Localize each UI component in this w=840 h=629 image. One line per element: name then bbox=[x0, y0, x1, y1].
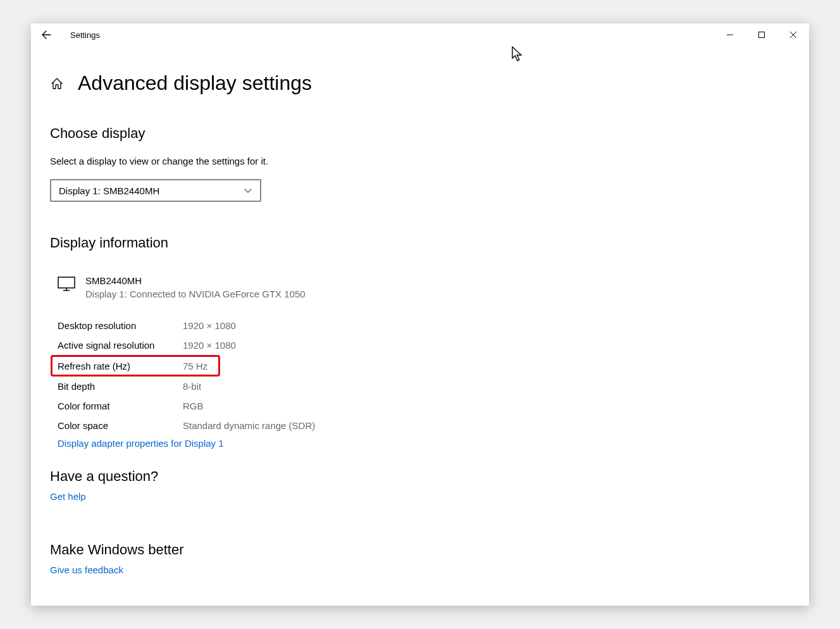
label-refresh-rate: Refresh rate (Hz) bbox=[58, 361, 183, 371]
display-info-table: Desktop resolution 1920 × 1080 Active si… bbox=[58, 316, 809, 435]
minimize-icon bbox=[726, 31, 734, 39]
monitor-text: SMB2440MH Display 1: Connected to NVIDIA… bbox=[85, 275, 306, 299]
display-adapter-link[interactable]: Display adapter properties for Display 1 bbox=[58, 438, 224, 449]
label-bit-depth: Bit depth bbox=[58, 381, 183, 392]
row-desktop-resolution: Desktop resolution 1920 × 1080 bbox=[58, 316, 809, 335]
row-bit-depth: Bit depth 8-bit bbox=[58, 377, 809, 396]
label-color-space: Color space bbox=[58, 420, 183, 431]
label-desktop-resolution: Desktop resolution bbox=[58, 320, 183, 331]
display-select-value: Display 1: SMB2440MH bbox=[59, 185, 159, 196]
value-color-format: RGB bbox=[183, 401, 204, 411]
value-refresh-rate: 75 Hz bbox=[183, 361, 207, 371]
value-bit-depth: 8-bit bbox=[183, 381, 201, 392]
display-select-dropdown[interactable]: Display 1: SMB2440MH bbox=[50, 179, 261, 202]
question-heading: Have a question? bbox=[50, 468, 809, 485]
titlebar: Settings bbox=[31, 23, 809, 46]
close-button[interactable] bbox=[777, 23, 809, 46]
maximize-icon bbox=[758, 31, 765, 39]
give-feedback-link[interactable]: Give us feedback bbox=[50, 564, 123, 575]
label-active-signal-resolution: Active signal resolution bbox=[58, 340, 183, 351]
value-active-signal-resolution: 1920 × 1080 bbox=[183, 340, 236, 351]
chevron-down-icon bbox=[244, 186, 252, 195]
feedback-heading: Make Windows better bbox=[50, 542, 809, 558]
settings-window: Settings bbox=[31, 23, 809, 606]
choose-display-instruction: Select a display to view or change the s… bbox=[50, 156, 809, 166]
value-desktop-resolution: 1920 × 1080 bbox=[183, 320, 236, 331]
choose-display-heading: Choose display bbox=[50, 125, 809, 142]
home-button[interactable] bbox=[50, 77, 64, 90]
row-active-signal-resolution: Active signal resolution 1920 × 1080 bbox=[58, 335, 809, 355]
titlebar-left: Settings bbox=[40, 28, 100, 41]
monitor-block: SMB2440MH Display 1: Connected to NVIDIA… bbox=[58, 275, 809, 299]
header-row: Advanced display settings bbox=[50, 72, 809, 95]
value-color-space: Standard dynamic range (SDR) bbox=[183, 420, 315, 431]
svg-rect-4 bbox=[58, 277, 75, 288]
caption-buttons bbox=[714, 23, 809, 46]
page-title: Advanced display settings bbox=[78, 72, 312, 95]
row-color-space: Color space Standard dynamic range (SDR) bbox=[58, 416, 809, 435]
monitor-name: SMB2440MH bbox=[85, 275, 306, 286]
close-icon bbox=[789, 31, 797, 39]
get-help-link[interactable]: Get help bbox=[50, 491, 86, 502]
app-title: Settings bbox=[70, 30, 100, 40]
monitor-icon bbox=[58, 277, 75, 299]
minimize-button[interactable] bbox=[714, 23, 746, 46]
display-info-heading: Display information bbox=[50, 235, 809, 251]
row-color-format: Color format RGB bbox=[58, 396, 809, 416]
home-icon bbox=[50, 77, 64, 90]
content-area: Advanced display settings Choose display… bbox=[31, 46, 809, 606]
row-refresh-rate: Refresh rate (Hz) 75 Hz bbox=[51, 355, 220, 377]
back-arrow-icon bbox=[40, 29, 52, 40]
label-color-format: Color format bbox=[58, 401, 183, 411]
monitor-connection: Display 1: Connected to NVIDIA GeForce G… bbox=[85, 289, 306, 299]
maximize-button[interactable] bbox=[746, 23, 777, 46]
back-button[interactable] bbox=[40, 28, 52, 41]
svg-rect-1 bbox=[759, 32, 765, 38]
